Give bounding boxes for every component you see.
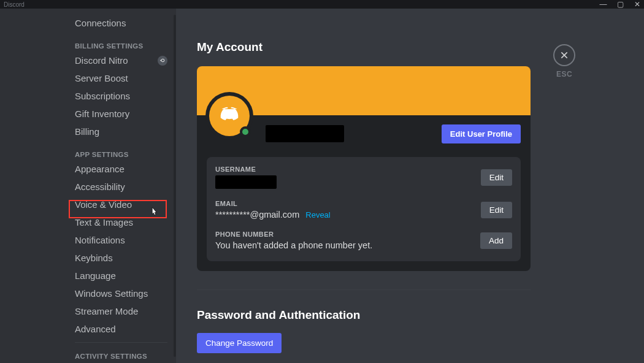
sidebar-item-subscriptions[interactable]: Subscriptions	[70, 88, 172, 104]
close-icon	[559, 50, 569, 60]
sidebar-item-gift-inventory[interactable]: Gift Inventory	[70, 105, 172, 122]
edit-user-profile-button[interactable]: Edit User Profile	[442, 124, 521, 143]
reveal-email-link[interactable]: Reveal	[305, 210, 330, 220]
change-password-button[interactable]: Change Password	[197, 333, 282, 353]
field-phone: Phone Number You haven't added a phone n…	[215, 231, 512, 250]
close-window-button[interactable]: ✕	[634, 0, 640, 9]
settings-sidebar: Connections Billing Settings Discord Nit…	[0, 9, 176, 363]
sidebar-header-app-settings: App Settings	[70, 141, 172, 161]
svg-point-0	[161, 59, 164, 62]
sidebar-item-connections[interactable]: Connections	[70, 15, 172, 31]
cursor-pointer-icon	[150, 206, 158, 217]
sidebar-item-advanced[interactable]: Advanced	[70, 321, 172, 337]
settings-content: My Account Edit User Profile	[176, 9, 644, 363]
email-label: Email	[215, 200, 331, 207]
app-name: Discord	[4, 1, 25, 8]
status-online-icon	[240, 126, 251, 137]
avatar-wrapper	[205, 92, 253, 140]
sidebar-item-appearance[interactable]: Appearance	[70, 161, 172, 177]
sidebar-item-windows-settings[interactable]: Windows Settings	[70, 285, 172, 302]
phone-value: You haven't added a phone number yet.	[215, 240, 372, 250]
sidebar-item-keybinds[interactable]: Keybinds	[70, 250, 172, 266]
close-settings-button[interactable]	[553, 44, 575, 66]
nitro-icon	[158, 56, 167, 66]
sidebar-item-billing[interactable]: Billing	[70, 123, 172, 140]
sidebar-item-language[interactable]: Language	[70, 267, 172, 284]
sidebar-item-accessibility[interactable]: Accessibility	[70, 178, 172, 195]
window-controls: — ▢ ✕	[591, 0, 640, 9]
sidebar-item-server-boost[interactable]: Server Boost	[70, 70, 172, 86]
username-value-redacted	[215, 175, 277, 189]
avatar[interactable]	[209, 96, 250, 136]
sidebar-item-notifications[interactable]: Notifications	[70, 232, 172, 248]
username-display	[266, 125, 344, 142]
page-title: My Account	[197, 40, 553, 54]
account-card: Edit User Profile Username Edit Email	[197, 66, 531, 271]
password-auth-title: Password and Authentication	[197, 308, 553, 322]
sidebar-header-activity-settings: Activity Settings	[70, 343, 172, 362]
add-phone-button[interactable]: Add	[480, 232, 512, 249]
field-email: Email **********@gmail.com Reveal Edit	[215, 200, 512, 220]
phone-label: Phone Number	[215, 231, 372, 238]
minimize-button[interactable]: —	[599, 0, 607, 9]
edit-username-button[interactable]: Edit	[481, 169, 512, 186]
email-value: **********@gmail.com	[215, 210, 299, 220]
titlebar: Discord — ▢ ✕	[0, 0, 644, 9]
edit-email-button[interactable]: Edit	[481, 202, 512, 218]
username-label: Username	[215, 166, 277, 173]
sidebar-item-discord-nitro[interactable]: Discord Nitro	[70, 52, 172, 69]
sidebar-header-billing-settings: Billing Settings	[70, 32, 172, 52]
field-username: Username Edit	[215, 166, 512, 189]
sidebar-item-streamer-mode[interactable]: Streamer Mode	[70, 303, 172, 319]
section-divider	[197, 289, 531, 290]
close-keybind-label: ESC	[552, 70, 577, 78]
discord-logo-icon	[218, 104, 241, 128]
maximize-button[interactable]: ▢	[617, 0, 624, 9]
